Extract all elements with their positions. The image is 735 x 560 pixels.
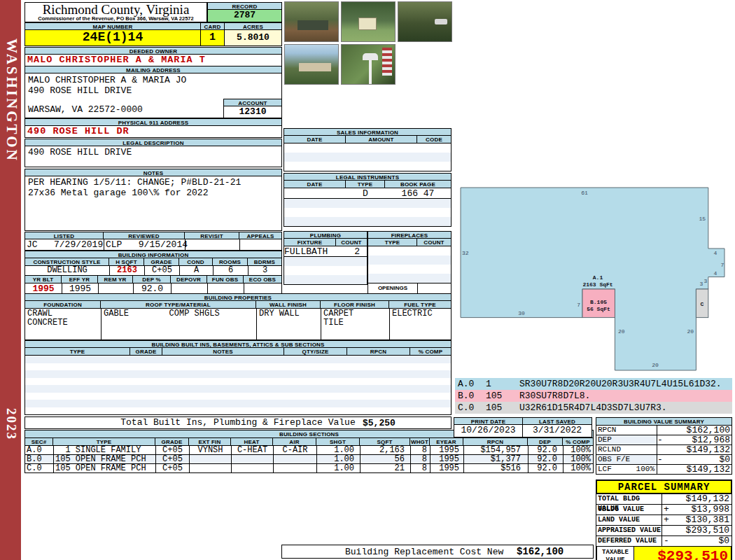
instrument-row: D 166 47 xyxy=(284,188,451,199)
empty-row xyxy=(284,275,367,284)
openings-row: OPENINGS xyxy=(368,284,451,294)
col-funobs: FUN OBS xyxy=(206,276,243,284)
sales-information-label: SALES INFORMATION xyxy=(284,128,451,136)
sec-cell: A.0 xyxy=(25,446,53,454)
dep-pct-value: 92.0 xyxy=(133,284,171,293)
deeded-owner-value: MALO CHRISTOPHER A & MARIA T xyxy=(24,55,282,66)
replacement-cost-label: Building Replacement Cost New xyxy=(345,547,503,557)
sketch-code-row-b: B.0 105 R30SU7R8D7L8. xyxy=(455,390,732,402)
property-photo-5[interactable] xyxy=(341,44,396,85)
foundation-value: CRAWL CONCRETE xyxy=(25,309,101,340)
dim-protrusion-top: 4 xyxy=(714,250,718,256)
mailbox-post xyxy=(369,60,372,85)
taxable-label: TAXABLE VALUE xyxy=(597,547,634,560)
col-bi-rpcn: RPCN xyxy=(346,348,410,356)
empty-row xyxy=(368,265,451,274)
deeded-owner-label: DEEDED OWNER xyxy=(24,47,282,55)
property-photo-2[interactable] xyxy=(341,1,396,42)
account-label: ACCOUNT xyxy=(223,99,282,106)
dim-c-2: 3 xyxy=(704,278,708,284)
replacement-cost-row: Building Replacement Cost New $162,100 xyxy=(281,545,594,559)
parcel-value: $149,132 xyxy=(671,494,732,504)
parcel-value: $0 xyxy=(671,536,732,546)
empty-row xyxy=(25,378,451,386)
built-ins-label: BUILDING BUILT INS, BASEMENTS, ATTICS & … xyxy=(24,340,451,348)
taxable-value: $293,510 xyxy=(634,547,731,560)
parcel-summary: PARCEL SUMMARY TOTAL BLDG VALUE $149,132… xyxy=(596,479,732,560)
property-photo-4[interactable] xyxy=(284,44,339,85)
parcel-row-bldg: TOTAL BLDG VALUE $149,132 xyxy=(596,494,732,505)
col-fuel-type: FUEL TYPE xyxy=(388,301,451,309)
building-information-label: BUILDING INFORMATION xyxy=(24,251,282,258)
col-yrblt: YR BLT xyxy=(24,276,61,284)
total-built-ins-row: Total Built Ins, Plumbing & Fireplace Va… xyxy=(24,416,451,429)
col-bi-qty: QTY/SIZE xyxy=(284,348,346,356)
record-box: RECORD 2787 xyxy=(207,2,282,22)
dim-ext-right: 20 xyxy=(687,328,694,335)
rooms-value: 6 xyxy=(213,266,248,275)
map-row: MAP NUMBER 24E(1)14 CARD 1 ACRES 5.8010 xyxy=(24,22,282,46)
dim-ext-left: 20 xyxy=(618,328,625,335)
property-photo-1[interactable] xyxy=(284,1,339,42)
record-label: RECORD xyxy=(207,2,282,10)
sales-empty-rows xyxy=(284,144,451,172)
summary-op: - xyxy=(657,435,667,444)
property-photo-3[interactable] xyxy=(398,1,452,42)
hsqft-value: 2163 xyxy=(109,266,144,275)
county-title: Richmond County, Virginia xyxy=(25,3,206,16)
summary-op xyxy=(657,445,667,454)
code-path: R30SU7R8D7L8. xyxy=(519,391,590,401)
inst-book-cell: 166 47 xyxy=(385,188,451,198)
total-built-ins-value: $5,250 xyxy=(363,418,396,428)
fuel-type-value: ELECTRIC xyxy=(389,309,451,340)
section-b-sqft: 56 SqFt xyxy=(587,306,610,312)
code-id: C.0 xyxy=(455,402,486,413)
parcel-value: $293,510 xyxy=(671,526,732,536)
map-number-value: 24E(1)14 xyxy=(24,30,201,46)
code-path: U32R61D15R4D7L4D3SD7L3U7R3. xyxy=(519,402,667,413)
reviewed-value: CLP 9/15/2014 xyxy=(104,239,185,250)
legal-instruments-section: LEGAL INSTRUMENTS DATE TYPE BOOK PAGE D … xyxy=(284,173,451,227)
notes-line-2: 27x36 Metal garage 100\% for 2022 xyxy=(28,188,281,198)
funobs-value xyxy=(207,284,244,293)
shgt-cell: 1.00 xyxy=(316,446,360,454)
mailing-line-1: MALO CHRISTOPHER A & MARIA JO xyxy=(28,75,186,85)
empty-row xyxy=(284,257,367,266)
shgt-cell: 1.00 xyxy=(316,455,360,463)
empty-row xyxy=(284,266,367,275)
parcel-op xyxy=(662,526,671,536)
flag-shape xyxy=(382,48,392,76)
col-remyr: REM YR xyxy=(97,276,132,284)
dim-bottom: 30 xyxy=(518,310,525,316)
code-path: SR30U7R8D20R20U20R3U3R4U7L4U15L61D32. xyxy=(519,379,722,389)
built-ins-empty-rows xyxy=(24,356,451,415)
print-date-value: 10/26/2023 xyxy=(454,425,523,438)
col-sale-date: DATE xyxy=(284,136,345,144)
dim-right: 15 xyxy=(699,216,706,222)
section-c-label: C xyxy=(701,301,704,307)
col-bi-type: TYPE xyxy=(24,348,130,356)
building-properties-section: BUILDING PROPERTIES FOUNDATION ROOF TYPE… xyxy=(24,293,451,340)
yrblt-value: 1995 xyxy=(25,284,62,293)
summary-value: $149,132 xyxy=(667,445,732,454)
code-num: 1 xyxy=(486,379,519,389)
summary-op xyxy=(657,426,667,435)
fixture-cell: FULLBATH xyxy=(284,246,336,256)
listed-label: LISTED xyxy=(24,232,103,239)
district-label: WASHINGTON xyxy=(3,38,20,162)
sales-information-section: SALES INFORMATION DATE AMOUNT CODE xyxy=(284,128,451,172)
sketch-code-row-c: C.0 105 U32R61D15R4D7L4D3SD7L3U7R3. xyxy=(455,402,732,414)
col-fixture: FIXTURE xyxy=(284,239,335,246)
parcel-label: APPRAISED VALUE xyxy=(596,526,662,536)
summary-label: RPCN xyxy=(596,426,657,435)
parcel-row-land: LAND VALUE +$130,381 xyxy=(596,515,732,526)
empty-row xyxy=(25,393,451,400)
print-date-label: PRINT DATE xyxy=(454,417,523,425)
commissioner-subtitle: Commissioner of the Revenue, PO Box 366,… xyxy=(25,16,206,22)
fireplaces-empty-rows xyxy=(368,246,451,284)
house-shape xyxy=(298,20,328,30)
grade-cell: C+05 xyxy=(155,464,189,472)
dim-left: 32 xyxy=(462,250,469,256)
col-fp-count: COUNT xyxy=(416,239,451,246)
grade-cell: C+05 xyxy=(155,455,189,463)
